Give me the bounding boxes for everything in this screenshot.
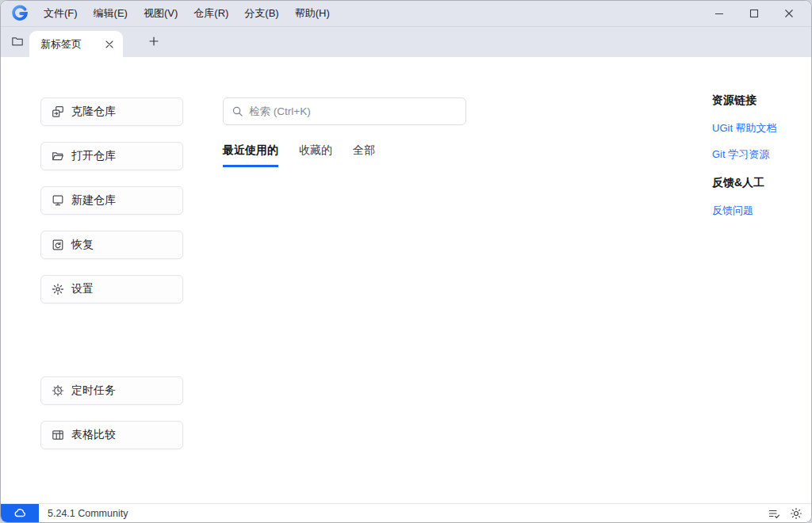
scheduled-task-button[interactable]: 定时任务 — [40, 376, 183, 405]
app-logo-icon — [10, 4, 29, 23]
status-bar: 5.24.1 Community — [1, 503, 811, 522]
new-repo-icon — [52, 194, 64, 207]
menu-help[interactable]: 帮助(H) — [287, 1, 338, 26]
folder-icon[interactable] — [7, 31, 28, 52]
resource-panel: 资源链接 UGit 帮助文档 Git 学习资源 反馈&人工 反馈问题 — [712, 94, 809, 230]
filter-tabs: 最近使用的 收藏的 全部 — [223, 143, 556, 167]
tab-favorites[interactable]: 收藏的 — [299, 143, 332, 167]
link-ugit-help-docs[interactable]: UGit 帮助文档 — [712, 121, 809, 136]
tab-close-icon[interactable] — [102, 37, 117, 52]
button-label: 打开仓库 — [71, 149, 116, 163]
button-label: 恢复 — [71, 238, 94, 252]
menu-view[interactable]: 视图(V) — [136, 1, 186, 26]
tab-all[interactable]: 全部 — [353, 143, 375, 167]
resource-links-title: 资源链接 — [712, 94, 809, 108]
menu-branch[interactable]: 分支(B) — [236, 1, 286, 26]
tab-recently-used[interactable]: 最近使用的 — [223, 143, 278, 167]
table-compare-icon — [52, 429, 64, 441]
menu-edit[interactable]: 编辑(E) — [86, 1, 136, 26]
minimize-icon[interactable] — [702, 1, 737, 26]
search-box[interactable] — [223, 97, 466, 125]
status-bar-icons — [767, 506, 803, 521]
action-sidebar: 克隆仓库 打开仓库 新建仓库 — [40, 97, 183, 465]
theme-light-icon[interactable] — [789, 506, 803, 521]
app-window: 文件(F) 编辑(E) 视图(V) 仓库(R) 分支(B) 帮助(H) 新标签页 — [0, 0, 812, 523]
button-label: 克隆仓库 — [71, 105, 116, 119]
close-icon[interactable] — [772, 1, 806, 26]
link-feedback-issue[interactable]: 反馈问题 — [712, 204, 809, 218]
tab-label: 新标签页 — [40, 37, 102, 52]
menu-file[interactable]: 文件(F) — [36, 1, 86, 26]
new-repo-button[interactable]: 新建仓库 — [40, 186, 183, 215]
clone-repo-icon — [52, 105, 64, 118]
menu-repo[interactable]: 仓库(R) — [186, 1, 236, 26]
window-controls — [702, 1, 806, 26]
cloud-icon — [13, 506, 27, 520]
button-label: 设置 — [71, 282, 94, 296]
restore-button[interactable]: 恢复 — [40, 231, 183, 259]
sidebar-spacer — [40, 319, 183, 376]
repo-list-area: 最近使用的 收藏的 全部 — [223, 97, 556, 167]
gear-icon — [52, 283, 64, 296]
changelog-check-icon[interactable] — [767, 506, 781, 521]
cloud-sync-badge[interactable] — [1, 504, 39, 523]
open-repo-button[interactable]: 打开仓库 — [40, 142, 183, 170]
search-icon — [232, 105, 243, 117]
table-compare-button[interactable]: 表格比较 — [40, 421, 183, 449]
clone-repo-button[interactable]: 克隆仓库 — [40, 97, 183, 126]
settings-button[interactable]: 设置 — [40, 275, 183, 303]
feedback-title: 反馈&人工 — [712, 176, 809, 190]
version-label: 5.24.1 Community — [48, 508, 128, 519]
search-input[interactable] — [249, 105, 458, 117]
restore-icon — [52, 239, 64, 251]
tab-bar: 新标签页 — [1, 26, 811, 57]
open-repo-icon — [52, 150, 64, 162]
link-git-learning[interactable]: Git 学习资源 — [712, 147, 809, 162]
tab-new-page[interactable]: 新标签页 — [29, 31, 123, 57]
maximize-icon[interactable] — [737, 1, 772, 26]
menu-bar: 文件(F) 编辑(E) 视图(V) 仓库(R) 分支(B) 帮助(H) — [1, 1, 811, 26]
button-label: 新建仓库 — [71, 193, 116, 208]
home-content: 克隆仓库 打开仓库 新建仓库 — [1, 57, 811, 503]
scheduled-task-icon — [52, 384, 64, 397]
button-label: 表格比较 — [71, 428, 116, 442]
button-label: 定时任务 — [71, 384, 116, 398]
new-tab-plus-icon[interactable] — [144, 31, 164, 52]
